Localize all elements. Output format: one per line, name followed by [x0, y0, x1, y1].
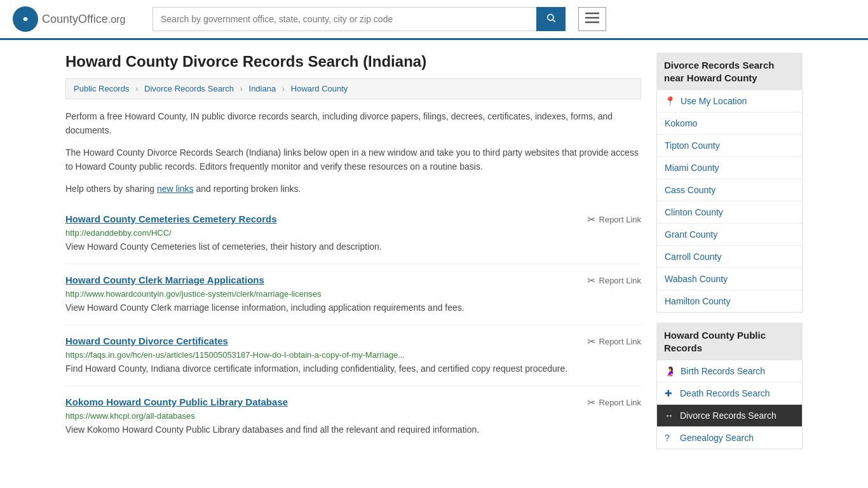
sidebar-item-genealogy[interactable]: ? Genealogy Search	[657, 427, 802, 449]
svg-point-2	[548, 15, 553, 20]
page-content: Howard County Divorce Records Search (In…	[53, 40, 815, 472]
logo-icon	[13, 6, 38, 32]
sidebar-public-records-list: 🤰 Birth Records Search ✚ Death Records S…	[656, 360, 803, 449]
report-icon: ✂	[587, 336, 595, 348]
record-desc: Find Howard County, Indiana divorce cert…	[65, 362, 641, 376]
record-item: Howard County Divorce Certificates ✂ Rep…	[65, 325, 641, 386]
description-2: The Howard County Divorce Records Search…	[65, 146, 641, 174]
report-link[interactable]: ✂ Report Link	[587, 214, 641, 226]
sidebar-public-records-section: Howard County Public Records 🤰 Birth Rec…	[656, 323, 803, 449]
search-area	[153, 7, 566, 31]
person-search-icon: ?	[665, 433, 675, 443]
breadcrumb-indiana[interactable]: Indiana	[249, 84, 276, 93]
record-desc: View Howard County Clerk marriage licens…	[65, 301, 641, 315]
breadcrumb: Public Records › Divorce Records Search …	[65, 78, 641, 99]
report-icon: ✂	[587, 396, 595, 409]
sidebar-item-hamilton[interactable]: Hamilton County	[657, 290, 802, 312]
menu-button[interactable]	[578, 7, 606, 31]
record-item: Kokomo Howard County Public Library Data…	[65, 386, 641, 447]
breadcrumb-public-records[interactable]: Public Records	[74, 84, 129, 93]
logo[interactable]: CountyOffice.org	[13, 6, 140, 32]
sidebar-item-birth-records[interactable]: 🤰 Birth Records Search	[657, 360, 802, 383]
sidebar-item-wabash[interactable]: Wabash County	[657, 268, 802, 290]
cross-icon: ✚	[665, 388, 675, 398]
sidebar-item-carroll[interactable]: Carroll County	[657, 246, 802, 268]
sidebar-item-grant[interactable]: Grant County	[657, 224, 802, 246]
report-icon: ✂	[587, 214, 595, 226]
use-my-location-link[interactable]: 📍 Use My Location	[657, 90, 802, 112]
sidebar-item-tipton[interactable]: Tipton County	[657, 135, 802, 157]
logo-text: CountyOffice.org	[42, 13, 125, 26]
record-url[interactable]: http://edanddebby.com/HCC/	[65, 228, 641, 238]
sidebar-item-divorce-records[interactable]: ↔ Divorce Records Search	[657, 405, 802, 427]
report-link[interactable]: ✂ Report Link	[587, 396, 641, 409]
description-3: Help others by sharing new links and rep…	[65, 182, 641, 196]
record-desc: View Kokomo Howard County Public Library…	[65, 423, 641, 437]
record-title[interactable]: Howard County Divorce Certificates	[65, 336, 228, 346]
sidebar-item-cass[interactable]: Cass County	[657, 179, 802, 201]
new-links-link[interactable]: new links	[157, 184, 194, 194]
record-url[interactable]: https://www.khcpl.org/all-databases	[65, 411, 641, 421]
record-desc: View Howard County Cemeteries list of ce…	[65, 240, 641, 254]
sidebar-item-clinton[interactable]: Clinton County	[657, 201, 802, 224]
svg-point-1	[24, 17, 27, 21]
sidebar-nearby-list: 📍 Use My Location Kokomo Tipton County M…	[656, 90, 803, 313]
sidebar-nearby-heading: Divorce Records Search near Howard Count…	[656, 53, 803, 90]
record-item: Howard County Clerk Marriage Application…	[65, 264, 641, 325]
sidebar-item-kokomo[interactable]: Kokomo	[657, 112, 802, 135]
search-input[interactable]	[153, 7, 536, 31]
description-1: Perform a free Howard County, IN public …	[65, 109, 641, 138]
arrows-icon: ↔	[665, 410, 675, 421]
record-url[interactable]: http://www.howardcountyin.gov/justice-sy…	[65, 289, 641, 299]
record-url[interactable]: https://faqs.in.gov/hc/en-us/articles/11…	[65, 350, 641, 360]
search-button[interactable]	[536, 7, 566, 31]
report-link[interactable]: ✂ Report Link	[587, 274, 641, 287]
svg-line-3	[553, 20, 555, 22]
sidebar-public-records-heading: Howard County Public Records	[656, 323, 803, 360]
report-link[interactable]: ✂ Report Link	[587, 336, 641, 348]
sidebar: Divorce Records Search near Howard Count…	[656, 53, 803, 459]
records-list: Howard County Cemeteries Cemetery Record…	[65, 203, 641, 447]
record-title[interactable]: Howard County Cemeteries Cemetery Record…	[65, 214, 277, 224]
record-title[interactable]: Kokomo Howard County Public Library Data…	[65, 396, 288, 407]
sidebar-item-death-records[interactable]: ✚ Death Records Search	[657, 383, 802, 405]
sidebar-nearby-section: Divorce Records Search near Howard Count…	[656, 53, 803, 313]
breadcrumb-howard-county[interactable]: Howard County	[291, 84, 348, 93]
site-header: CountyOffice.org	[0, 0, 868, 40]
record-item: Howard County Cemeteries Cemetery Record…	[65, 203, 641, 264]
report-icon: ✂	[587, 274, 595, 287]
record-title[interactable]: Howard County Clerk Marriage Application…	[65, 274, 264, 285]
breadcrumb-divorce-records[interactable]: Divorce Records Search	[144, 84, 234, 93]
location-pin-icon: 📍	[665, 96, 675, 106]
sidebar-item-miami[interactable]: Miami County	[657, 157, 802, 179]
person-icon: 🤰	[665, 366, 675, 376]
use-my-location-item[interactable]: 📍 Use My Location	[657, 90, 802, 112]
page-title: Howard County Divorce Records Search (In…	[65, 53, 641, 71]
main-content: Howard County Divorce Records Search (In…	[65, 53, 641, 459]
